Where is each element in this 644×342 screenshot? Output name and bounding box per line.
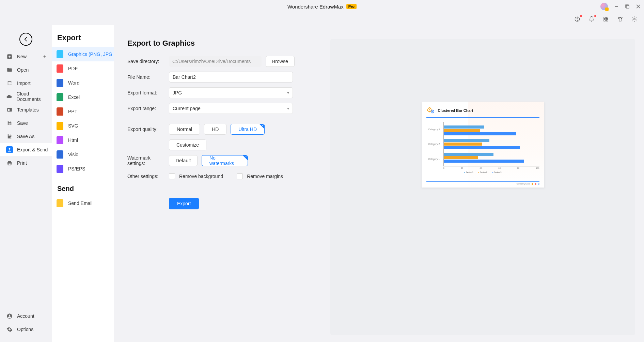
nav-label: Save As	[17, 134, 34, 139]
export-type-word[interactable]: Word	[52, 76, 114, 90]
file-name-input[interactable]	[169, 72, 293, 83]
svg-rect-18	[9, 163, 11, 165]
image-file-icon	[57, 50, 63, 58]
ps-file-icon	[57, 165, 63, 173]
user-avatar-icon[interactable]	[600, 3, 608, 10]
customize-button[interactable]: Customize	[169, 139, 206, 150]
nav-save[interactable]: Save	[0, 116, 52, 130]
svg-point-20	[9, 314, 11, 316]
svg-file-icon	[57, 122, 63, 130]
app-title: Wondershare EdrawMax	[287, 4, 344, 10]
nav-save-as[interactable]: Save As	[0, 130, 52, 143]
nav-label: Export & Send	[17, 147, 48, 152]
close-button[interactable]	[636, 4, 641, 9]
back-button[interactable]	[19, 33, 32, 46]
import-icon	[6, 80, 13, 87]
nav-templates[interactable]: Templates	[0, 103, 52, 116]
content-area: Export to Graphics Save directory: Brows…	[114, 25, 644, 342]
visio-file-icon	[57, 150, 63, 159]
chart-plot: Category 3 Category 2 Category 1	[426, 122, 539, 166]
browse-button[interactable]: Browse	[266, 56, 295, 67]
pdf-file-icon	[57, 64, 63, 73]
nav-import[interactable]: Import	[0, 76, 52, 90]
export-type-ps[interactable]: PS/EPS	[52, 162, 114, 176]
remove-margins-checkbox[interactable]	[237, 173, 243, 179]
template-icon	[6, 106, 13, 113]
export-type-graphics[interactable]: Graphics (PNG, JPG et…	[52, 47, 114, 61]
quality-ultra-hd[interactable]: Ultra HD	[231, 124, 265, 135]
nav-label: Open	[17, 67, 29, 73]
pro-badge: Pro	[346, 4, 357, 9]
grid-app-icon[interactable]	[602, 16, 609, 23]
shirt-icon[interactable]	[617, 16, 624, 23]
export-type-panel: Export Graphics (PNG, JPG et… PDF Word E…	[52, 25, 114, 342]
svg-rect-14	[8, 109, 10, 111]
preview-thumbnail: Clustered Bar Chart Category 3 Category …	[422, 102, 544, 188]
quality-normal[interactable]: Normal	[169, 124, 200, 135]
svg-rect-7	[604, 17, 606, 19]
chart-title-underline	[426, 117, 539, 118]
export-type-html[interactable]: Html	[52, 133, 114, 147]
file-name-label: File Name:	[127, 74, 169, 80]
svg-rect-9	[604, 20, 606, 21]
minimize-button[interactable]	[614, 4, 619, 9]
svg-point-6	[577, 20, 577, 20]
quality-hd[interactable]: HD	[204, 124, 226, 135]
svg-rect-17	[9, 134, 11, 136]
nav-new[interactable]: New ＋	[0, 50, 52, 63]
format-select[interactable]: JPG	[169, 87, 293, 98]
nav-export-send[interactable]: Export & Send	[0, 143, 52, 156]
ppt-file-icon	[57, 107, 63, 116]
export-heading: Export	[52, 33, 114, 47]
preview-pane: Clustered Bar Chart Category 3 Category …	[330, 39, 635, 335]
nav-open[interactable]: Open	[0, 63, 52, 76]
chart-title: Clustered Bar Chart	[438, 108, 473, 113]
nav-cloud-documents[interactable]: Cloud Documents	[0, 90, 52, 103]
header-toolbar	[0, 13, 644, 25]
excel-file-icon	[57, 93, 63, 101]
gears-icon	[426, 106, 436, 115]
settings-gear-icon[interactable]	[631, 16, 638, 23]
nav-label: Account	[17, 313, 34, 319]
range-select[interactable]: Current page	[169, 103, 293, 114]
send-email[interactable]: Send Email	[52, 196, 114, 210]
primary-sidebar: New ＋ Open Import Cloud Documents Templa…	[0, 25, 52, 342]
export-type-visio[interactable]: Visio	[52, 147, 114, 162]
nav-label: Templates	[17, 107, 39, 113]
save-icon	[6, 120, 13, 127]
save-dir-input	[169, 56, 262, 67]
remove-background-checkbox[interactable]	[169, 173, 175, 179]
nav-account[interactable]: Account	[0, 309, 52, 323]
export-type-svg[interactable]: SVG	[52, 119, 114, 133]
export-form: Export to Graphics Save directory: Brows…	[127, 39, 318, 335]
svg-rect-15	[9, 121, 11, 122]
watermark-none[interactable]: No watermarks	[202, 155, 248, 166]
maximize-button[interactable]	[625, 4, 630, 9]
mail-icon	[57, 199, 63, 207]
bell-icon[interactable]	[588, 16, 595, 23]
svg-rect-10	[607, 20, 608, 21]
help-icon[interactable]	[574, 16, 581, 23]
nav-print[interactable]: Print	[0, 156, 52, 169]
svg-rect-16	[9, 123, 11, 124]
send-heading: Send	[52, 176, 114, 196]
divider	[127, 118, 318, 118]
nav-label: New	[17, 54, 27, 59]
add-new-icon[interactable]: ＋	[42, 54, 47, 60]
nav-label: Save	[17, 120, 28, 126]
nav-label: Import	[17, 80, 31, 86]
nav-label: Print	[17, 160, 27, 166]
export-button[interactable]: Export	[169, 198, 199, 209]
export-type-excel[interactable]: Excel	[52, 90, 114, 104]
format-label: Export format:	[127, 90, 169, 95]
chart-legend: Series 1 Series 2 Series 3	[426, 171, 539, 173]
watermark-default[interactable]: Default	[169, 155, 198, 166]
export-type-ppt[interactable]: PPT	[52, 104, 114, 119]
nav-options[interactable]: Options	[0, 323, 52, 336]
svg-rect-8	[607, 17, 608, 19]
range-label: Export range:	[127, 106, 169, 111]
export-type-pdf[interactable]: PDF	[52, 61, 114, 76]
chart-footer: Company/Date	[426, 181, 539, 185]
remove-margins-label: Remove margins	[247, 174, 283, 179]
remove-background-label: Remove background	[179, 174, 223, 179]
